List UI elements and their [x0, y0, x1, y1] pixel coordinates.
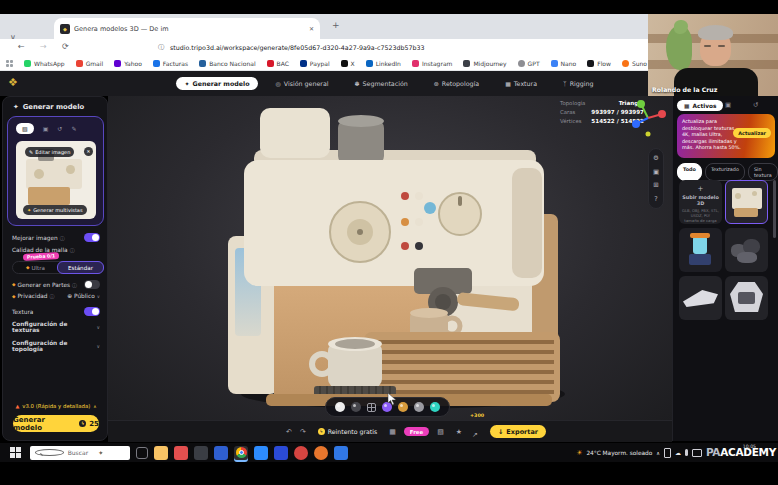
material-sphere-dark[interactable]	[351, 402, 361, 412]
url-text[interactable]: studio.tripo3d.ai/workspace/generate/8fe…	[170, 44, 424, 51]
favorite-star-icon[interactable]: ★	[456, 428, 462, 436]
upgrade-button[interactable]: Actualizar	[733, 128, 771, 138]
bookmark-x[interactable]: X	[341, 60, 355, 67]
taskbar-app-red[interactable]	[174, 446, 188, 460]
tab-rigging[interactable]: ᛉRigging	[555, 77, 601, 90]
bookmark-flow[interactable]: Flow	[587, 60, 611, 67]
viewport-3d[interactable]	[108, 96, 672, 420]
taskbar-app-chrome[interactable]	[234, 446, 248, 460]
bookmark-banco-nacional[interactable]: Banco Nacional	[199, 60, 255, 67]
taskbar-app-calculator[interactable]	[194, 446, 208, 460]
tab-retopologia[interactable]: ⊛Retopología	[426, 77, 487, 90]
grid-toggle-icon[interactable]: ⊞	[653, 182, 658, 189]
generate-multiview-button[interactable]: ✦ Generar multivistas	[23, 205, 87, 215]
forward-icon[interactable]: →	[40, 43, 47, 51]
bookmark-bac[interactable]: BAC	[267, 60, 289, 67]
bookmark-whatsapp[interactable]: WhatsApp	[24, 60, 65, 67]
start-button[interactable]	[10, 447, 21, 458]
layout-grid-icon[interactable]: ▦	[389, 428, 396, 436]
retry-free-label[interactable]: Reintento gratis	[328, 428, 377, 435]
asset-thumb-coffee-machine[interactable]	[725, 180, 768, 224]
tab-generar-modelo[interactable]: ✦Generar modelo	[176, 77, 257, 90]
undo-icon[interactable]: ↶	[286, 428, 292, 436]
back-icon[interactable]: ←	[18, 43, 25, 51]
material-sphere-teal[interactable]	[430, 402, 440, 412]
battery-icon[interactable]	[664, 448, 671, 458]
render-image-icon[interactable]: ▧	[437, 428, 444, 436]
filter-textured[interactable]: Texturizado	[705, 163, 745, 181]
asset-thumb-lantern[interactable]	[679, 228, 722, 272]
tab-image-input[interactable]: ▧	[16, 123, 34, 134]
clock[interactable]: 10:05	[743, 444, 756, 449]
new-tab-button[interactable]: +	[332, 21, 340, 30]
texture-settings-row[interactable]: Configuración de texturas ∨	[12, 321, 100, 333]
assets-scrollbar[interactable]	[773, 180, 776, 238]
material-sphere-gray[interactable]	[414, 402, 424, 412]
history-icon[interactable]: ↺	[753, 101, 758, 109]
mic-icon[interactable]	[685, 449, 688, 456]
tab-textura[interactable]: ▦Textura	[497, 77, 545, 90]
tray-chevron-up-icon[interactable]: ∧	[656, 450, 660, 456]
library-box-icon[interactable]: ▣	[725, 101, 731, 109]
redo-icon[interactable]: ↷	[300, 428, 306, 436]
help-icon[interactable]: ?	[654, 196, 657, 203]
taskbar-app-zoom[interactable]	[254, 446, 268, 460]
quality-standard-option[interactable]: Estándar	[57, 261, 104, 274]
bookmark-linkedin[interactable]: LinkedIn	[366, 60, 401, 67]
bookmark-yahoo[interactable]: Yahoo	[114, 60, 142, 67]
task-view-button[interactable]	[136, 447, 148, 459]
asset-thumb-rocks[interactable]	[725, 228, 768, 272]
browser-tab[interactable]: ◆ Genera modelos 3D — De im ✕	[54, 18, 320, 39]
bookmark-instagram[interactable]: Instagram	[412, 60, 453, 67]
taskbar-app-indigo[interactable]	[274, 446, 288, 460]
taskbar-app-red-circle[interactable]	[294, 446, 308, 460]
filter-untextured[interactable]: Sin textura	[748, 163, 778, 181]
texture-toggle[interactable]	[84, 307, 100, 316]
generate-model-button[interactable]: Generar modelo ϟ 25	[13, 415, 99, 432]
quality-ultra-option[interactable]: ◆Ultra	[13, 262, 58, 273]
privacy-select[interactable]: ⊕Público∨	[67, 293, 100, 299]
asset-thumb-white-wedge[interactable]	[679, 276, 722, 320]
edit-image-button[interactable]: ✎ Editar imagen	[25, 147, 74, 157]
tab-multiview-input[interactable]: ↺	[57, 125, 62, 132]
wireframe-mode-icon[interactable]	[367, 403, 376, 412]
tab-vision-general[interactable]: ◎Visión general	[268, 77, 337, 90]
tab-segmentacion[interactable]: ✽Segmentación	[347, 77, 416, 90]
filter-all[interactable]: Todo	[677, 163, 702, 181]
asset-thumb-white-module[interactable]	[725, 276, 768, 320]
taskbar-app-file-explorer[interactable]	[154, 446, 168, 460]
apps-grid-icon[interactable]	[6, 60, 13, 67]
settings-icon[interactable]: ⚙	[653, 155, 659, 162]
tab-close-icon[interactable]: ✕	[309, 26, 314, 32]
tripo-logo-icon[interactable]: ❖	[8, 76, 18, 89]
topology-settings-row[interactable]: Configuración de topología ∨	[12, 340, 100, 352]
bookmark-gpt[interactable]: GPT	[518, 60, 540, 67]
taskbar-app-blue[interactable]	[214, 446, 228, 460]
assets-tab[interactable]: ▦ Activos	[677, 100, 723, 111]
bookmark-facturas[interactable]: Facturas	[153, 60, 188, 67]
axis-gizmo[interactable]	[626, 96, 670, 142]
bookmark-paypal[interactable]: Paypal	[300, 60, 330, 67]
generate-parts-toggle[interactable]	[84, 280, 100, 289]
delete-image-button[interactable]: ✕	[84, 147, 93, 156]
model-version-row[interactable]: ▲ v3.0 (Rápida y detallada) ∧	[12, 403, 100, 409]
taskbar-app-orange[interactable]	[314, 446, 328, 460]
bookmark-midjourney[interactable]: Midjourney	[463, 60, 506, 67]
share-icon[interactable]: ↗	[472, 431, 478, 439]
bookmark-nano[interactable]: Nano	[551, 60, 577, 67]
refresh-icon[interactable]: ⟳	[62, 43, 69, 51]
taskbar-app-photos[interactable]	[334, 446, 348, 460]
upload-model-card[interactable]: + Subir modelo 3D GLB, OBJ, FBX, STL, US…	[679, 180, 722, 224]
tab-text-input[interactable]: ▣	[43, 125, 49, 132]
screenshot-icon[interactable]: ▣	[653, 169, 659, 176]
bookmark-gmail[interactable]: Gmail	[76, 60, 104, 67]
material-sphere-white[interactable]	[335, 402, 345, 412]
material-sphere-gold[interactable]	[398, 402, 408, 412]
onedrive-cloud-icon[interactable]: ☁	[675, 449, 681, 456]
export-button[interactable]: ↓ Exportar	[490, 425, 546, 438]
taskbar-search-input[interactable]: Buscar ✦	[30, 446, 130, 460]
input-image-thumbnail[interactable]: ✎ Editar imagen ✕ ✦ Generar multivistas	[16, 141, 96, 219]
bookmark-suno[interactable]: Suno	[622, 60, 647, 67]
improve-image-toggle[interactable]	[84, 233, 100, 242]
display-icon[interactable]	[692, 449, 702, 457]
